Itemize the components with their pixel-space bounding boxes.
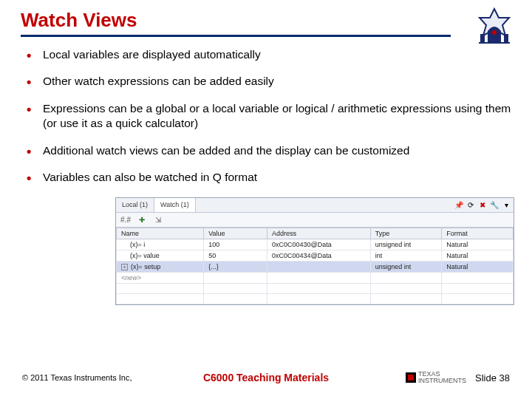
- cell-format[interactable]: Natural: [442, 261, 514, 272]
- cell-new[interactable]: <new>: [117, 272, 204, 283]
- table-row[interactable]: (x)= i 100 0xC0C00430@Data unsigned int …: [117, 239, 514, 250]
- col-name[interactable]: Name: [117, 228, 204, 239]
- slide-title: Watch Views: [21, 9, 511, 32]
- cell-address: [267, 272, 371, 283]
- table-header-row: Name Value Address Type Format: [117, 228, 514, 239]
- add-icon[interactable]: ✚: [137, 214, 147, 225]
- tab-watch[interactable]: Watch (1): [154, 198, 196, 212]
- cell-value[interactable]: [204, 272, 267, 283]
- brand-line-2: INSTRUMENTS: [418, 378, 466, 384]
- refresh-icon[interactable]: ⟳: [466, 200, 475, 209]
- bullet-item: Variables can also be watched in Q forma…: [27, 170, 511, 185]
- slide-number: Slide 38: [475, 372, 510, 383]
- menu-icon[interactable]: ▾: [502, 200, 511, 209]
- collapse-icon[interactable]: ⇲: [153, 214, 163, 225]
- ti-chip-icon: [406, 372, 416, 383]
- cell-address: [267, 261, 371, 272]
- table-row: [117, 293, 514, 304]
- bullet-item: Additional watch views can be added and …: [27, 143, 511, 158]
- cell-type: [370, 272, 442, 283]
- bullet-list: Local variables are displayed automatica…: [21, 47, 511, 185]
- cancel-icon[interactable]: ✖: [478, 200, 487, 209]
- cell-format[interactable]: Natural: [442, 239, 514, 250]
- tab-local[interactable]: Local (1): [116, 198, 154, 212]
- table-row[interactable]: <new>: [117, 272, 514, 283]
- table-row: [117, 283, 514, 293]
- bullet-item: Expressions can be a global or a local v…: [27, 101, 511, 132]
- cell-type: int: [370, 250, 442, 261]
- svg-rect-0: [480, 34, 485, 43]
- cell-address: 0xC0C00430@Data: [267, 239, 371, 250]
- cell-type: unsigned int: [370, 239, 442, 250]
- university-logo: [473, 4, 516, 50]
- cell-value[interactable]: 50: [204, 250, 267, 261]
- expand-icon[interactable]: +: [121, 264, 128, 270]
- col-value[interactable]: Value: [204, 228, 267, 239]
- svg-rect-1: [504, 34, 508, 43]
- cell-name[interactable]: (x)= value: [117, 250, 204, 261]
- cell-type: unsigned int: [370, 261, 442, 272]
- table-row[interactable]: +(x)= setup {...} unsigned int Natural: [117, 261, 514, 272]
- cell-format[interactable]: [442, 272, 514, 283]
- copyright: © 2011 Texas Instruments Inc,: [22, 373, 132, 382]
- watch-table: Name Value Address Type Format (x)= i 10…: [116, 228, 514, 304]
- cell-value[interactable]: 100: [204, 239, 267, 250]
- bullet-item: Other watch expressions can be added eas…: [27, 74, 511, 89]
- cell-address: 0xC0C00434@Data: [267, 250, 371, 261]
- tools-icon[interactable]: 🔧: [490, 200, 499, 209]
- cell-value[interactable]: {...}: [204, 261, 267, 272]
- title-rule: [21, 35, 451, 37]
- panel-tabs: Local (1) Watch (1) 📌 ⟳ ✖ 🔧 ▾: [116, 198, 514, 213]
- table-row[interactable]: (x)= value 50 0xC0C00434@Data int Natura…: [117, 250, 514, 261]
- slide-footer: © 2011 Texas Instruments Inc, C6000 Teac…: [0, 371, 532, 384]
- col-address[interactable]: Address: [267, 228, 371, 239]
- ti-logo: TEXAS INSTRUMENTS: [406, 371, 466, 384]
- format-icon[interactable]: #.#: [120, 214, 131, 225]
- pin-icon[interactable]: 📌: [454, 200, 463, 209]
- cell-format[interactable]: Natural: [442, 250, 514, 261]
- watch-panel: Local (1) Watch (1) 📌 ⟳ ✖ 🔧 ▾ #.# ✚ ⇲ Na…: [115, 197, 514, 305]
- cell-name[interactable]: +(x)= setup: [117, 261, 204, 272]
- course-title: C6000 Teaching Materials: [203, 372, 329, 383]
- bullet-item: Local variables are displayed automatica…: [27, 47, 511, 62]
- col-type[interactable]: Type: [370, 228, 442, 239]
- svg-point-2: [492, 30, 497, 35]
- col-format[interactable]: Format: [442, 228, 514, 239]
- cell-name[interactable]: (x)= i: [117, 239, 204, 250]
- panel-toolbar: #.# ✚ ⇲: [116, 213, 514, 228]
